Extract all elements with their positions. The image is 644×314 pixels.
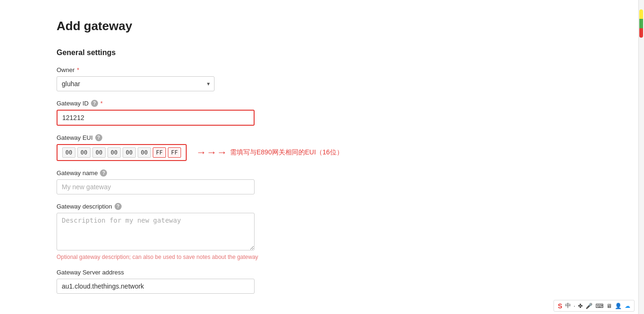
gateway-eui-group: Gateway EUI ? →→→ 需填写与E890网关相同的EU xyxy=(57,134,603,161)
gateway-name-group: Gateway name ? xyxy=(57,169,603,194)
gateway-server-group: Gateway Server address xyxy=(57,269,603,294)
eui-cell-3[interactable] xyxy=(107,147,121,158)
eui-cell-5[interactable] xyxy=(138,147,151,158)
gateway-name-label: Gateway name ? xyxy=(57,169,603,177)
gateway-description-label: Gateway description ? xyxy=(57,203,603,210)
eui-cell-6[interactable] xyxy=(153,147,166,158)
scrollbar[interactable] xyxy=(638,0,644,314)
gateway-id-wrapper xyxy=(57,110,255,126)
ime-text: 中 xyxy=(565,302,571,310)
eui-cell-1[interactable] xyxy=(77,147,91,158)
owner-label: Owner * xyxy=(57,66,603,73)
gateway-server-input[interactable] xyxy=(57,279,255,294)
main-content: Add gateway General settings Owner * glu… xyxy=(0,0,632,314)
owner-select-wrapper: gluhar ▾ xyxy=(57,76,215,91)
help-icon[interactable]: ? xyxy=(91,100,98,107)
owner-group: Owner * gluhar ▾ xyxy=(57,66,603,91)
ime-skin: 🖥 xyxy=(606,303,612,309)
eui-annotation: →→→ 需填写与E890网关相同的EUI（16位） xyxy=(196,146,343,159)
page-title: Add gateway xyxy=(57,19,603,33)
eui-cell-4[interactable] xyxy=(123,147,136,158)
gateway-eui-label: Gateway EUI ? xyxy=(57,134,603,141)
gateway-id-group: Gateway ID ? * 可随意填写 ←←← xyxy=(57,100,603,126)
eui-cell-7[interactable] xyxy=(168,147,181,158)
ime-kbd: ⌨ xyxy=(595,303,603,309)
desc-help-icon[interactable]: ? xyxy=(115,203,122,210)
ime-symbols: ✤ xyxy=(578,303,583,309)
gateway-id-label: Gateway ID ? * xyxy=(57,100,603,107)
arrow-right-icon: →→→ xyxy=(196,146,227,159)
eui-cell-0[interactable] xyxy=(62,147,75,158)
eui-row: →→→ 需填写与E890网关相同的EUI（16位） xyxy=(57,144,603,161)
ime-bar: S 中 · ✤ 🎤 ⌨ 🖥 👤 ☁ xyxy=(553,300,635,312)
section-title: General settings xyxy=(57,48,603,57)
ime-dot: · xyxy=(574,303,575,309)
ime-user: 👤 xyxy=(615,303,622,309)
gateway-server-label: Gateway Server address xyxy=(57,269,603,276)
description-hint: Optional gateway description; can also b… xyxy=(57,254,603,260)
ime-mic: 🎤 xyxy=(586,303,593,309)
required-star: * xyxy=(77,67,79,73)
sogou-icon: S xyxy=(558,302,562,310)
eui-cell-2[interactable] xyxy=(92,147,106,158)
gateway-id-input[interactable] xyxy=(58,111,254,125)
scrollbar-thumb xyxy=(639,9,643,38)
eui-wrapper xyxy=(57,144,187,161)
ime-cloud: ☁ xyxy=(625,303,630,309)
gateway-description-textarea[interactable] xyxy=(57,213,255,250)
owner-select[interactable]: gluhar xyxy=(57,76,215,91)
required-star-2: * xyxy=(100,100,103,107)
eui-help-icon[interactable]: ? xyxy=(95,134,102,141)
eui-annotation-text: 需填写与E890网关相同的EUI（16位） xyxy=(230,148,343,157)
gateway-description-group: Gateway description ? Optional gateway d… xyxy=(57,203,603,260)
page-container: Add gateway General settings Owner * glu… xyxy=(0,0,644,314)
gateway-name-input[interactable] xyxy=(57,179,255,194)
name-help-icon[interactable]: ? xyxy=(100,169,107,177)
